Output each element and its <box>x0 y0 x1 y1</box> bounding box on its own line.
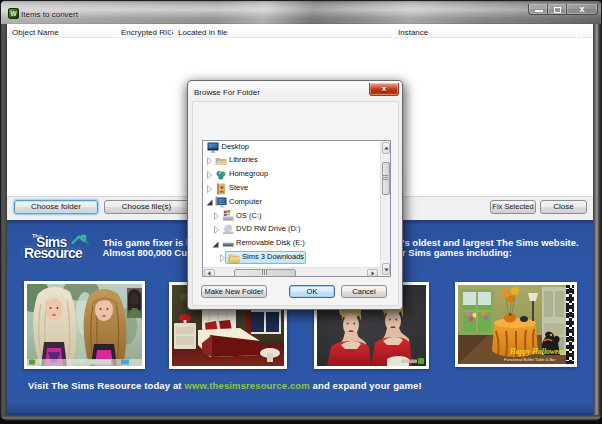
svg-text:Happy Halloween: Happy Halloween <box>509 347 566 356</box>
svg-text:Functional Buffet Table & Bar: Functional Buffet Table & Bar <box>504 357 556 362</box>
